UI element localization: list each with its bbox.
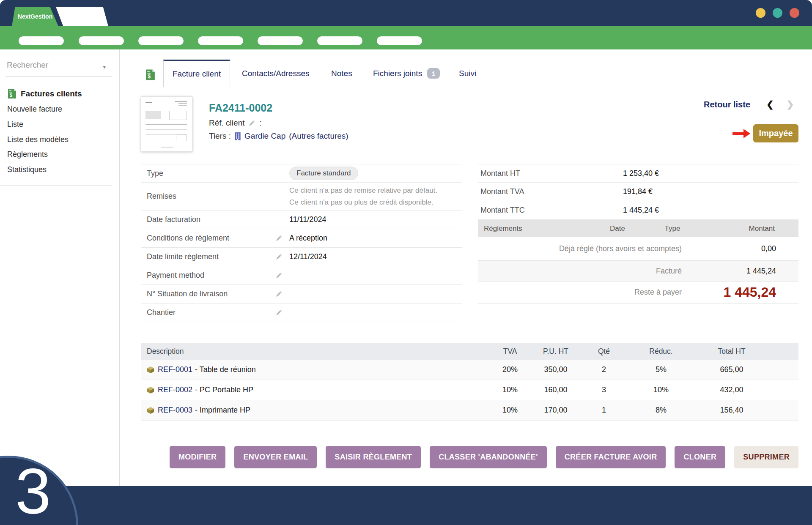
search-placeholder: Rechercher <box>7 60 48 69</box>
montant-ht-row: Montant HT 1 253,40 € <box>478 164 798 183</box>
colon: : <box>259 118 261 128</box>
envoyer-email-button[interactable]: ENVOYER EMAIL <box>234 446 317 468</box>
close-button[interactable] <box>790 8 799 18</box>
detail-row-payment-method: Payment method <box>141 266 462 285</box>
table-row: REF-0003 - Imprimante HP 10% 170,00 1 8%… <box>141 400 798 421</box>
product-ref-link[interactable]: REF-0003 <box>158 406 192 415</box>
amount-label: Montant TTC <box>480 206 623 215</box>
total-label: Facturé <box>478 267 682 276</box>
detail-row-conditions-reglement: Conditions de règlement A réception <box>141 229 462 248</box>
edit-pencil-icon[interactable] <box>275 253 283 261</box>
chevron-down-icon[interactable]: ▾ <box>103 64 106 70</box>
col-description: Description <box>141 347 490 356</box>
tab-label: Fichiers joints <box>373 69 422 78</box>
divider <box>0 185 112 186</box>
cell-reduc: 8% <box>627 406 695 415</box>
brand-logo: NextGestion <box>12 7 58 26</box>
edit-pencil-icon[interactable] <box>275 309 283 317</box>
creer-facture-avoir-button[interactable]: CRÉER FACTURE AVOIR <box>556 446 666 468</box>
minimize-button[interactable] <box>756 8 765 18</box>
detail-row-chantier: Chantier <box>141 304 462 322</box>
back-to-list-link[interactable]: Retour liste <box>704 100 750 109</box>
sidebar-section-factures-clients[interactable]: $ Factures clients <box>8 88 82 99</box>
next-invoice-chevron-icon[interactable]: ❯ <box>787 99 794 109</box>
main-menu-bar <box>0 26 812 49</box>
menu-item-placeholder[interactable] <box>377 36 422 45</box>
menu-item-placeholder[interactable] <box>198 36 243 45</box>
maximize-button[interactable] <box>773 8 782 18</box>
detail-value: A réception <box>289 234 327 243</box>
amount-value: 191,84 € <box>623 187 653 196</box>
browser-tab-placeholder[interactable] <box>56 7 108 26</box>
left-sidebar: Rechercher ▾ $ Factures clients Nouvelle… <box>0 49 120 486</box>
total-value: 0,00 <box>682 244 798 253</box>
reste-a-payer-row: Reste à payer 1 445,24 <box>478 282 798 304</box>
ref-client-label: Réf. client <box>209 118 244 128</box>
menu-item-placeholder[interactable] <box>317 36 362 45</box>
edit-pencil-icon[interactable] <box>275 234 283 242</box>
detail-value: 12/11/2024 <box>289 252 327 261</box>
detail-row-date-limite: Date limite règlement 12/11/2024 <box>141 248 462 266</box>
sidebar-item-liste-des-modeles[interactable]: Liste des modèles <box>7 135 69 144</box>
tab-label: Suivi <box>459 69 476 78</box>
tab-fichiers-joints[interactable]: Fichiers joints 1 <box>373 60 440 87</box>
table-row: REF-0001 - Table de réunion 20% 350,00 2… <box>141 360 798 380</box>
tab-label: Facture client <box>173 69 221 79</box>
total-label: Reste à payer <box>478 288 682 297</box>
tab-label: Notes <box>331 69 352 78</box>
invoice-lines-table: Description TVA P.U. HT Qté Réduc. Total… <box>141 343 798 421</box>
remise-line: Ce client n'a pas de remise relative par… <box>289 186 437 194</box>
edit-pencil-icon[interactable] <box>275 271 283 279</box>
payments-col-montant: Montant <box>698 224 798 233</box>
saisir-reglement-button[interactable]: SAISIR RÈGLEMENT <box>326 446 421 468</box>
action-buttons-bar: MODIFIER ENVOYER EMAIL SAISIR RÈGLEMENT … <box>141 446 798 468</box>
search-input[interactable]: Rechercher ▾ <box>7 60 112 70</box>
edit-pencil-icon[interactable] <box>248 119 256 127</box>
cell-total: 665,00 <box>695 365 768 374</box>
menu-item-placeholder[interactable] <box>19 36 64 45</box>
col-tva: TVA <box>490 347 530 356</box>
modifier-button[interactable]: MODIFIER <box>170 446 225 468</box>
detail-row-type: Type Facture standard <box>141 164 462 183</box>
svg-text:$: $ <box>10 93 12 98</box>
menu-item-placeholder[interactable] <box>138 36 184 45</box>
payments-col-date: Date <box>588 224 647 233</box>
supprimer-button[interactable]: SUPPRIMER <box>734 446 798 468</box>
tab-suivi[interactable]: Suivi <box>459 60 476 87</box>
tab-notes[interactable]: Notes <box>331 60 352 87</box>
cell-pu: 160,00 <box>530 386 581 394</box>
tiers-other-invoices-link[interactable]: (Autres factures) <box>289 131 348 141</box>
invoice-icon: $ <box>145 69 155 81</box>
edit-pencil-icon[interactable] <box>275 290 283 298</box>
deja-regle-row: Déjà réglé (hors avoirs et acomptes) 0,0… <box>478 237 798 261</box>
invoice-pdf-thumbnail[interactable] <box>141 96 192 152</box>
product-ref-link[interactable]: REF-0002 <box>158 386 192 394</box>
menu-item-placeholder[interactable] <box>258 36 303 45</box>
footer-bar <box>0 486 812 525</box>
montant-tva-row: Montant TVA 191,84 € <box>478 183 798 201</box>
product-description: - PC Portable HP <box>195 386 253 394</box>
tiers-name-link[interactable]: Gardie Cap <box>244 131 285 141</box>
cell-total: 156,40 <box>695 406 768 415</box>
classer-abandonnee-button[interactable]: CLASSER 'ABANDONNÉE' <box>430 446 547 468</box>
product-ref-link[interactable]: REF-0001 <box>158 365 192 374</box>
total-label: Déjà réglé (hors avoirs et acomptes) <box>478 244 682 253</box>
attachment-count-badge: 1 <box>427 68 440 79</box>
cloner-button[interactable]: CLONER <box>675 446 725 468</box>
sidebar-item-reglements[interactable]: Règlements <box>7 150 48 159</box>
menu-item-placeholder[interactable] <box>79 36 124 45</box>
previous-invoice-chevron-icon[interactable]: ❮ <box>766 99 774 109</box>
sidebar-item-nouvelle-facture[interactable]: Nouvelle facture <box>7 105 62 114</box>
annotation-red-arrow-icon <box>732 128 750 139</box>
window-title-bar: NextGestion <box>0 0 812 26</box>
amount-label: Montant HT <box>480 169 623 178</box>
sidebar-item-liste[interactable]: Liste <box>7 120 23 129</box>
product-description: - Table de réunion <box>195 365 256 374</box>
sidebar-item-statistiques[interactable]: Statistiques <box>7 165 47 174</box>
detail-row-situation-livraison: N° Situation de livraison <box>141 285 462 304</box>
invoice-type-pill: Facture standard <box>289 167 358 180</box>
invoice-icon: $ <box>8 88 16 99</box>
tab-facture-client[interactable]: Facture client <box>163 60 230 87</box>
step-number: 3 <box>15 459 51 523</box>
tab-contacts-adresses[interactable]: Contacts/Adresses <box>242 60 309 87</box>
